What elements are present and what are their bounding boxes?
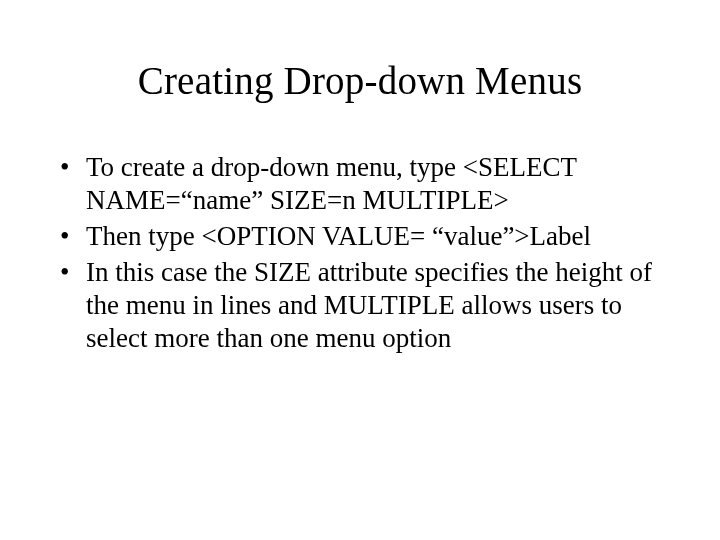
list-item: In this case the SIZE attribute specifie…	[86, 256, 662, 355]
list-item: Then type <OPTION VALUE= “value”>Label	[86, 220, 662, 253]
bullet-list: To create a drop-down menu, type <SELECT…	[58, 151, 662, 355]
list-item: To create a drop-down menu, type <SELECT…	[86, 151, 662, 217]
slide-title: Creating Drop-down Menus	[58, 58, 662, 103]
